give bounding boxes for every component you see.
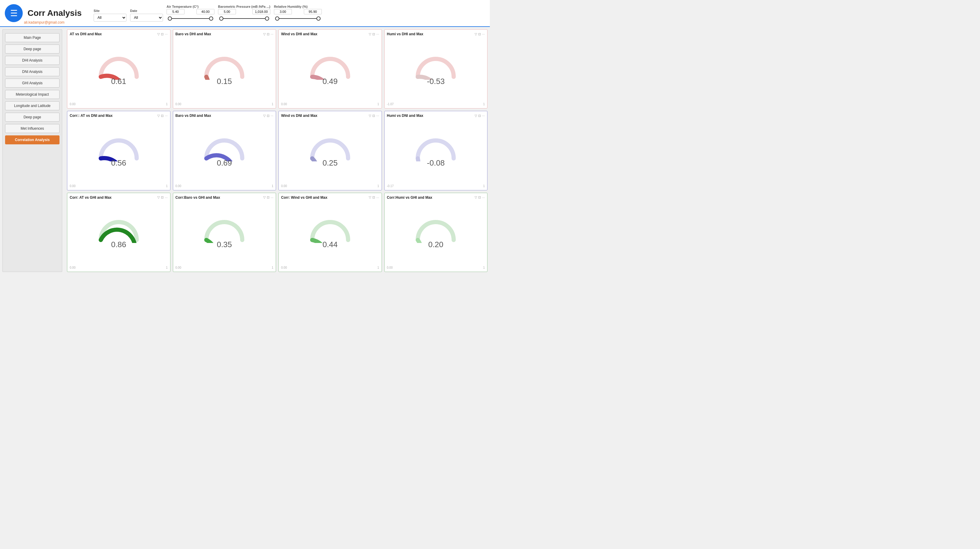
gauge-card-r1-c1: Baro vs DNI and Max ▽ ⊡ ··· 0.690.001 bbox=[173, 111, 276, 190]
filter-icon[interactable]: ▽ bbox=[157, 114, 160, 118]
more-icon[interactable]: ··· bbox=[376, 32, 379, 36]
baro-slider[interactable] bbox=[218, 16, 270, 22]
gauge-footer-r1-c3: -0.171 bbox=[387, 184, 485, 188]
gauge-wrapper-r1-c2: 0.25 bbox=[281, 119, 379, 183]
more-icon[interactable]: ··· bbox=[165, 196, 167, 199]
filter-icon[interactable]: ▽ bbox=[157, 32, 160, 36]
filter-icon[interactable]: ▽ bbox=[263, 195, 266, 199]
expand-icon[interactable]: ⊡ bbox=[372, 32, 375, 36]
more-icon[interactable]: ··· bbox=[482, 32, 485, 36]
gauge-header-r0-c1: Baro vs DHI and Max ▽ ⊡ ··· bbox=[175, 32, 274, 36]
humidity-thumb-right[interactable] bbox=[317, 16, 321, 21]
gauge-card-r2-c2: Corr: Wind vs GHI and Max ▽ ⊡ ··· 0.440.… bbox=[278, 193, 382, 272]
more-icon[interactable]: ··· bbox=[270, 32, 273, 36]
gauge-footer-r1-c0: 0.001 bbox=[70, 184, 168, 188]
gauge-max-r0-c1: 1 bbox=[272, 103, 273, 106]
gauge-wrapper-r1-c1: 0.69 bbox=[175, 119, 274, 183]
filter-icon[interactable]: ▽ bbox=[369, 114, 371, 118]
gauge-min-r1-c1: 0.00 bbox=[175, 184, 181, 188]
more-icon[interactable]: ··· bbox=[165, 114, 167, 117]
logo: ☰ bbox=[5, 4, 23, 22]
gauge-header-r2-c3: Corr:Humi vs GHI and Max ▽ ⊡ ··· bbox=[387, 195, 485, 200]
more-icon[interactable]: ··· bbox=[376, 114, 379, 117]
air-temp-thumb-right[interactable] bbox=[209, 16, 213, 21]
sidebar-item-5[interactable]: Meterological Impact bbox=[5, 90, 59, 99]
filter-icon[interactable]: ▽ bbox=[475, 114, 477, 118]
baro-min[interactable] bbox=[218, 9, 236, 14]
air-temp-thumb-left[interactable] bbox=[168, 16, 172, 21]
baro-thumb-left[interactable] bbox=[219, 16, 223, 21]
gauge-max-r2-c1: 1 bbox=[272, 266, 273, 269]
expand-icon[interactable]: ⊡ bbox=[267, 32, 269, 36]
air-temp-filter: Air Temperature (C°) bbox=[167, 5, 215, 22]
gauge-card-r0-c1: Baro vs DHI and Max ▽ ⊡ ··· 0.150.001 bbox=[173, 29, 276, 108]
sidebar-item-3[interactable]: DNI Analysis bbox=[5, 67, 59, 76]
gauge-title-r0-c1: Baro vs DHI and Max bbox=[175, 32, 211, 36]
gauge-max-r0-c2: 1 bbox=[377, 103, 379, 106]
expand-icon[interactable]: ⊡ bbox=[478, 114, 481, 118]
air-temp-max[interactable] bbox=[196, 9, 215, 14]
expand-icon[interactable]: ⊡ bbox=[478, 195, 481, 199]
sidebar-item-4[interactable]: GHI Analysis bbox=[5, 79, 59, 87]
gauge-title-r2-c2: Corr: Wind vs GHI and Max bbox=[281, 195, 328, 200]
filter-icon[interactable]: ▽ bbox=[369, 195, 371, 199]
humidity-slider[interactable] bbox=[274, 16, 322, 22]
date-select[interactable]: All bbox=[130, 14, 163, 22]
sidebar-item-9[interactable]: Correlation Analysis bbox=[5, 135, 59, 144]
expand-icon[interactable]: ⊡ bbox=[161, 195, 164, 199]
filter-icon[interactable]: ▽ bbox=[475, 32, 477, 36]
expand-icon[interactable]: ⊡ bbox=[161, 32, 164, 36]
site-select[interactable]: All bbox=[94, 14, 127, 22]
sidebar-item-8[interactable]: Met Influences bbox=[5, 124, 59, 133]
gauge-footer-r1-c1: 0.001 bbox=[175, 184, 274, 188]
gauge-max-r2-c3: 1 bbox=[483, 266, 485, 269]
more-icon[interactable]: ··· bbox=[270, 114, 273, 117]
filter-icon[interactable]: ▽ bbox=[157, 195, 160, 199]
gauge-header-r1-c3: Humi vs DNI and Max ▽ ⊡ ··· bbox=[387, 114, 485, 118]
gauge-max-r0-c3: 1 bbox=[483, 103, 485, 106]
sidebar-item-1[interactable]: Deep page bbox=[5, 44, 59, 54]
gauge-title-r1-c3: Humi vs DNI and Max bbox=[387, 114, 423, 118]
gauge-title-r1-c2: Wind vs DNI and Max bbox=[281, 114, 317, 118]
gauge-value-r2-c3: 0.20 bbox=[428, 240, 444, 249]
sidebar-item-7[interactable]: Deep page bbox=[5, 113, 59, 122]
gauge-title-r0-c0: AT vs DHI and Max bbox=[70, 32, 102, 36]
expand-icon[interactable]: ⊡ bbox=[372, 195, 375, 199]
sidebar-item-0[interactable]: Main Page bbox=[5, 33, 59, 42]
expand-icon[interactable]: ⊡ bbox=[267, 195, 269, 199]
expand-icon[interactable]: ⊡ bbox=[161, 114, 164, 118]
more-icon[interactable]: ··· bbox=[270, 196, 273, 199]
more-icon[interactable]: ··· bbox=[482, 114, 485, 117]
more-icon[interactable]: ··· bbox=[165, 32, 167, 36]
filter-icon[interactable]: ▽ bbox=[475, 195, 477, 199]
humidity-min[interactable] bbox=[274, 9, 292, 14]
filter-icon[interactable]: ▽ bbox=[263, 32, 266, 36]
sidebar-item-6[interactable]: Longitude and Latitude bbox=[5, 101, 59, 110]
gauge-footer-r0-c2: 0.001 bbox=[281, 103, 379, 106]
gauge-wrapper-r2-c2: 0.44 bbox=[281, 201, 379, 265]
gauge-title-r1-c1: Baro vs DNI and Max bbox=[175, 114, 211, 118]
gauge-header-r0-c2: Wind vs DHI and Max ▽ ⊡ ··· bbox=[281, 32, 379, 36]
expand-icon[interactable]: ⊡ bbox=[267, 114, 269, 118]
air-temp-slider[interactable] bbox=[167, 16, 215, 22]
baro-max[interactable] bbox=[252, 9, 270, 14]
header: ☰ Corr Analysis Site All Date All Air Te… bbox=[0, 0, 490, 27]
more-icon[interactable]: ··· bbox=[482, 196, 485, 199]
gauge-value-r0-c2: 0.49 bbox=[322, 77, 337, 86]
baro-label: Barometric Pressure (mB /hPa ...) bbox=[218, 5, 270, 8]
gauge-min-r2-c1: 0.00 bbox=[175, 266, 181, 269]
baro-thumb-right[interactable] bbox=[265, 16, 269, 21]
expand-icon[interactable]: ⊡ bbox=[372, 114, 375, 118]
gauge-value-r0-c0: 0.61 bbox=[111, 77, 126, 86]
gauge-value-r1-c0: 0.56 bbox=[111, 159, 126, 168]
humidity-max[interactable] bbox=[304, 9, 322, 14]
more-icon[interactable]: ··· bbox=[376, 196, 379, 199]
expand-icon[interactable]: ⊡ bbox=[478, 32, 481, 36]
gauge-wrapper-r2-c3: 0.20 bbox=[387, 201, 485, 265]
gauge-value-r2-c2: 0.44 bbox=[322, 240, 337, 249]
sidebar-item-2[interactable]: DHI Analysis bbox=[5, 56, 59, 65]
filter-icon[interactable]: ▽ bbox=[369, 32, 371, 36]
humidity-thumb-left[interactable] bbox=[275, 16, 279, 21]
filter-icon[interactable]: ▽ bbox=[263, 114, 266, 118]
air-temp-min[interactable] bbox=[167, 9, 185, 14]
